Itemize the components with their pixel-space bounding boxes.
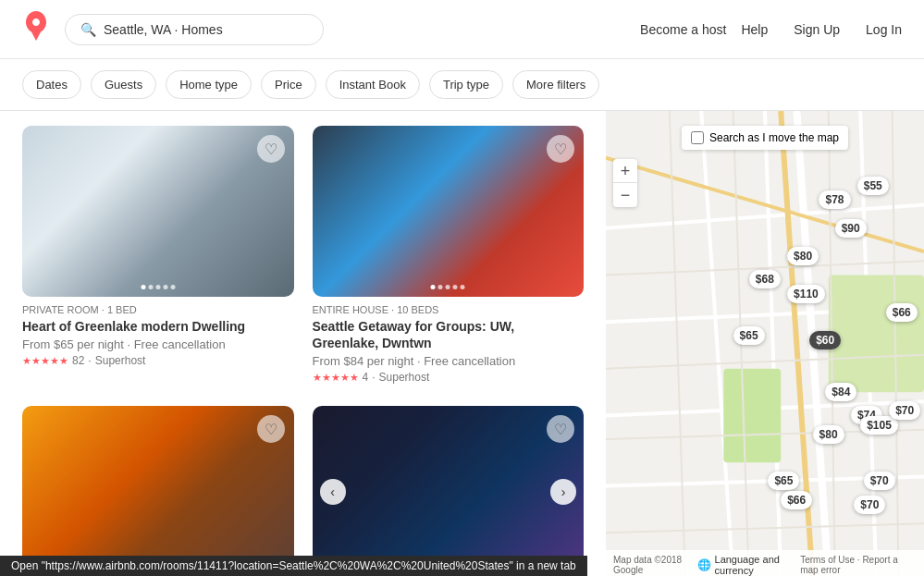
- filter-guests[interactable]: Guests: [91, 70, 156, 99]
- listings-grid: ♡ PRIVATE ROOM · 1 BED Heart of Greenlak…: [22, 126, 584, 576]
- price-marker[interactable]: $70: [889, 401, 920, 420]
- filter-trip-type[interactable]: Trip type: [429, 70, 503, 99]
- price-marker[interactable]: $90: [835, 219, 867, 238]
- map-bottom-bar: Map data ©2018 Google 🌐 Language and cur…: [606, 550, 924, 576]
- listing-rating: ★★★★★ 4 · Superhost: [313, 371, 585, 384]
- search-as-move-label: Search as I move the map: [709, 131, 839, 144]
- dot: [446, 285, 450, 289]
- status-text: Open "https://www.airbnb.com/rooms/11411…: [11, 559, 576, 572]
- dot: [438, 285, 443, 289]
- filter-instant-book[interactable]: Instant Book: [326, 70, 420, 99]
- price-marker[interactable]: $80: [813, 425, 844, 444]
- listing-title: Heart of Greenlake modern Dwelling: [22, 318, 294, 335]
- header: 🔍 Seattle, WA · Homes Become a host Help…: [0, 0, 924, 59]
- map-attribution: Map data ©2018 Google: [613, 555, 697, 575]
- zoom-out-button[interactable]: −: [613, 183, 637, 207]
- price-marker[interactable]: $60: [809, 331, 841, 349]
- svg-rect-11: [723, 369, 781, 462]
- listing-image-wrap: ♡: [313, 126, 585, 297]
- listing-rating: ★★★★★ 82 · Superhost: [22, 354, 294, 367]
- prev-image-button[interactable]: ‹: [320, 479, 346, 505]
- next-image-button[interactable]: ›: [550, 479, 576, 505]
- zoom-in-button[interactable]: +: [613, 159, 637, 183]
- image-dots: [141, 285, 175, 289]
- superhost-badge: ·: [372, 371, 375, 384]
- wishlist-button[interactable]: ♡: [257, 135, 285, 163]
- map-terms: Terms of Use · Report a map error: [800, 555, 917, 575]
- price-marker[interactable]: $66: [886, 303, 918, 322]
- status-bar: Open "https://www.airbnb.com/rooms/11411…: [0, 556, 587, 576]
- log-in-link[interactable]: Log In: [866, 22, 902, 37]
- price-marker[interactable]: $55: [857, 177, 889, 195]
- listing-title: Seattle Getaway for Groups: UW, Greenlak…: [313, 318, 585, 351]
- listing-image: [313, 126, 585, 297]
- filter-price[interactable]: Price: [261, 70, 316, 99]
- price-marker[interactable]: $65: [768, 472, 799, 490]
- search-icon: 🔍: [80, 22, 96, 37]
- search-text: Seattle, WA · Homes: [104, 22, 223, 37]
- wishlist-button[interactable]: ♡: [257, 415, 285, 443]
- listing-image-wrap: ♡: [22, 406, 294, 576]
- dot: [461, 285, 465, 289]
- sign-up-button[interactable]: Sign Up: [782, 15, 851, 44]
- price-marker[interactable]: $110: [787, 285, 825, 303]
- dot: [141, 285, 145, 289]
- filter-dates[interactable]: Dates: [22, 70, 81, 99]
- price-marker[interactable]: $68: [749, 270, 781, 288]
- listing-image: [313, 406, 585, 576]
- dot: [170, 285, 175, 289]
- filter-more-filters[interactable]: More filters: [512, 70, 599, 99]
- language-currency-button[interactable]: 🌐 Language and currency: [697, 554, 801, 576]
- wishlist-button[interactable]: ♡: [547, 135, 574, 163]
- main-content: ♡ PRIVATE ROOM · 1 BED Heart of Greenlak…: [0, 111, 924, 576]
- header-left: 🔍 Seattle, WA · Homes: [22, 11, 324, 47]
- language-currency-label: Language and currency: [715, 554, 801, 576]
- listing-card[interactable]: ♡ PRIVATE ROOM · 1 BED Heart of Greenlak…: [22, 126, 294, 387]
- dot: [155, 285, 160, 289]
- price-marker[interactable]: $84: [825, 383, 856, 401]
- dot: [148, 285, 153, 289]
- listing-image: [22, 406, 294, 576]
- rating-count: 82: [72, 354, 84, 367]
- filter-bar: Dates Guests Home type Price Instant Boo…: [0, 59, 924, 111]
- listing-info: PRIVATE ROOM · 1 BED Heart of Greenlake …: [22, 297, 294, 371]
- superhost-label: Superhost: [379, 371, 430, 384]
- listing-image: [22, 126, 294, 297]
- listing-type: PRIVATE ROOM · 1 BED: [22, 304, 294, 315]
- listing-price: From $84 per night · Free cancellation: [313, 354, 585, 368]
- help-link[interactable]: Help: [741, 22, 768, 37]
- airbnb-logo[interactable]: [22, 11, 50, 47]
- listing-card[interactable]: ♡ ‹ ›: [313, 406, 585, 576]
- search-as-move-control[interactable]: Search as I move the map: [682, 126, 848, 150]
- price-marker[interactable]: $70: [864, 472, 895, 490]
- listing-image-wrap: ♡: [22, 126, 294, 297]
- listings-panel: ♡ PRIVATE ROOM · 1 BED Heart of Greenlak…: [0, 111, 606, 576]
- listing-card[interactable]: ♡: [22, 406, 294, 576]
- dot: [163, 285, 167, 289]
- header-right: Become a host Help Sign Up Log In: [640, 15, 902, 44]
- map-panel[interactable]: + − Search as I move the map $78$55$90$8…: [606, 111, 924, 576]
- superhost-badge: ·: [88, 354, 91, 367]
- image-dots: [431, 285, 465, 289]
- price-marker[interactable]: $105: [860, 416, 898, 435]
- listing-card[interactable]: ♡ ENTIRE HOUSE · 10 BEDS Seattle Getaway…: [313, 126, 585, 387]
- price-marker[interactable]: $66: [781, 491, 812, 509]
- listing-info: ENTIRE HOUSE · 10 BEDS Seattle Getaway f…: [313, 297, 585, 387]
- stars: ★★★★★: [313, 372, 359, 384]
- search-as-move-checkbox[interactable]: [691, 131, 704, 144]
- listing-price: From $65 per night · Free cancellation: [22, 337, 294, 351]
- listing-image-wrap: ♡ ‹ ›: [313, 406, 585, 576]
- stars: ★★★★★: [22, 355, 68, 367]
- dot: [453, 285, 458, 289]
- filter-home-type[interactable]: Home type: [166, 70, 252, 99]
- superhost-label: Superhost: [95, 354, 146, 367]
- become-host-link[interactable]: Become a host: [640, 22, 726, 37]
- price-marker[interactable]: $70: [854, 496, 885, 514]
- svg-rect-12: [829, 275, 924, 392]
- price-marker[interactable]: $78: [819, 190, 850, 209]
- price-marker[interactable]: $65: [733, 326, 765, 345]
- search-bar[interactable]: 🔍 Seattle, WA · Homes: [65, 14, 324, 45]
- price-marker[interactable]: $80: [787, 247, 819, 265]
- dot: [431, 285, 436, 289]
- listing-type: ENTIRE HOUSE · 10 BEDS: [313, 304, 585, 315]
